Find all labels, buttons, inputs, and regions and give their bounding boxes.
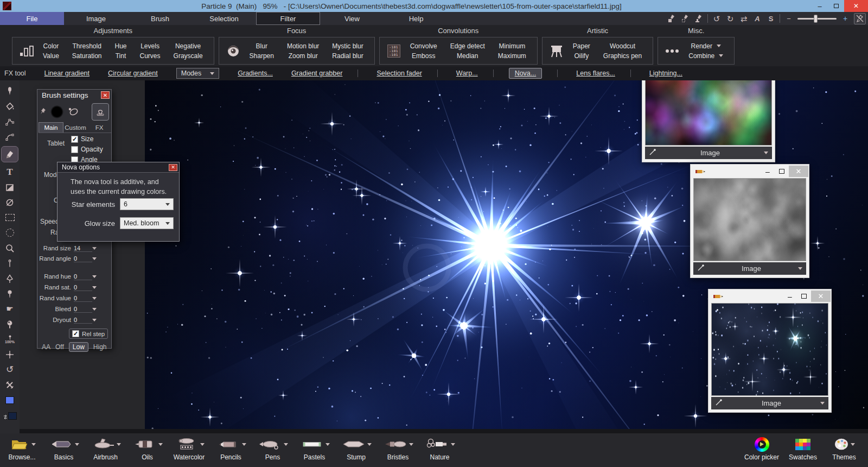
filter-edge-detect[interactable]: Edge detect	[450, 42, 485, 50]
filter-combine[interactable]: Combine	[688, 52, 723, 60]
secondary-color-swatch[interactable]	[2, 409, 18, 421]
menu-selection[interactable]: Selection	[192, 12, 256, 25]
filter-zoom-blur[interactable]: Zoom blur	[287, 52, 319, 60]
dropdown-arrow-icon[interactable]	[242, 443, 246, 446]
fx-gradient-grabber[interactable]: Gradient grabber	[291, 70, 343, 77]
filter-grayscale[interactable]: Grayscale	[174, 52, 203, 60]
zoom-100-tool-icon[interactable]: 100%	[2, 333, 18, 345]
glow-size-select[interactable]: Med. bloom	[120, 217, 174, 229]
dropdown-arrow-icon[interactable]	[92, 247, 97, 250]
rand-value-value[interactable]: 0	[74, 295, 92, 302]
rel-step-checkbox[interactable]: Rel step	[69, 329, 108, 339]
dropdown-arrow-icon[interactable]	[92, 297, 97, 300]
fx-modes-dropdown[interactable]: Modes	[176, 68, 220, 79]
dropdown-arrow-icon[interactable]	[367, 443, 372, 446]
discard-tool-icon[interactable]	[2, 379, 18, 390]
clone-brush-icon[interactable]	[667, 14, 676, 23]
dropdown-arrow-icon[interactable]	[284, 443, 288, 446]
dropdown-arrow-icon[interactable]	[92, 319, 97, 321]
needle-icon[interactable]	[697, 264, 705, 274]
filter-threshold[interactable]: Threshold	[72, 42, 102, 50]
filter-saturation[interactable]: Saturation	[72, 52, 102, 60]
filter-render[interactable]: Render	[688, 42, 723, 50]
pin-panel-icon[interactable]	[40, 108, 47, 117]
bleed-value[interactable]: 0	[74, 306, 92, 313]
dropdown-arrow-icon[interactable]	[798, 267, 802, 270]
curve-tool-icon[interactable]	[2, 131, 18, 142]
fx-warp[interactable]: Warp...	[456, 70, 478, 77]
zoom-out-button[interactable]	[784, 14, 794, 23]
aa-off[interactable]: Off	[55, 343, 64, 351]
star-elements-select[interactable]: 6	[120, 198, 174, 210]
panel-titlebar[interactable]: – ✕	[691, 165, 809, 178]
fx-nova-active[interactable]: Nova...	[509, 68, 542, 79]
clone-dashed-brush-icon[interactable]	[680, 14, 690, 23]
filter-tint[interactable]: Tint	[115, 52, 127, 60]
dropdown-arrow-icon[interactable]	[75, 443, 79, 446]
fx-selection-fader[interactable]: Selection fader	[376, 70, 422, 77]
filter-value[interactable]: Value	[43, 52, 59, 60]
stamp-brush-icon[interactable]	[694, 14, 704, 23]
media-pens[interactable]: Pens	[252, 436, 293, 467]
tab-main[interactable]: Main	[39, 122, 63, 132]
menu-file[interactable]: File	[0, 12, 64, 25]
filter-woodcut[interactable]: Woodcut	[603, 42, 642, 50]
filter-minimum[interactable]: Minimum	[498, 42, 526, 50]
filter-convolve[interactable]: Convolve	[410, 42, 437, 50]
push-tool-icon[interactable]	[2, 273, 18, 284]
panel-label[interactable]: Image	[656, 149, 764, 157]
zoom-tool-icon[interactable]	[2, 242, 18, 254]
swatches-button[interactable]: Swatches	[782, 436, 824, 461]
ellipse-select-tool-icon[interactable]	[2, 227, 18, 238]
letter-s-icon[interactable]	[766, 14, 776, 23]
close-button[interactable]: ✕	[844, 0, 868, 12]
panel-maximize-button[interactable]	[775, 166, 789, 177]
app-icon[interactable]	[3, 2, 11, 10]
nova-dialog-titlebar[interactable]: Nova options✕	[58, 162, 179, 173]
media-browse[interactable]: Browse...	[1, 436, 43, 467]
zoom-slider[interactable]	[797, 18, 837, 20]
panel-minimize-button[interactable]: –	[761, 166, 775, 177]
dropdown-arrow-icon[interactable]	[92, 275, 97, 278]
menu-help[interactable]: Help	[384, 12, 448, 25]
rand-hue-value[interactable]: 0	[74, 273, 92, 280]
panel-close-button[interactable]: ✕	[789, 166, 808, 177]
media-pencils[interactable]: Pencils	[210, 436, 252, 467]
no-brush-button[interactable]	[854, 13, 866, 24]
nova-dialog-close-button[interactable]: ✕	[169, 164, 177, 171]
filter-sharpen[interactable]: Sharpen	[250, 52, 274, 60]
filter-paper[interactable]: Paper	[573, 42, 590, 50]
rand-sat-value[interactable]: 0	[74, 284, 92, 291]
media-bristles[interactable]: Bristles	[377, 436, 419, 467]
panel-maximize-button[interactable]	[797, 291, 811, 302]
panel-label[interactable]: Image	[705, 264, 798, 273]
dropdown-arrow-icon[interactable]	[158, 443, 163, 446]
fx-linear-gradient[interactable]: Linear gradient	[44, 70, 90, 77]
pin-tool-icon[interactable]	[2, 257, 18, 269]
zoom-slider-thumb[interactable]	[814, 15, 818, 23]
filter-curves[interactable]: Curves	[140, 52, 161, 60]
dropdown-arrow-icon[interactable]	[764, 152, 768, 154]
media-nature[interactable]: Nature	[419, 436, 461, 467]
primary-color-swatch[interactable]	[2, 394, 18, 406]
dropdown-arrow-icon[interactable]	[326, 443, 330, 446]
rand-angle-value[interactable]: 0	[74, 255, 92, 262]
dropdown-arrow-icon[interactable]	[92, 308, 97, 311]
panel-close-button[interactable]: ✕	[811, 291, 831, 302]
text-tool-icon[interactable]	[2, 166, 18, 178]
round-pin-tool-icon[interactable]	[2, 288, 18, 299]
dropdown-arrow-icon[interactable]	[92, 286, 97, 289]
dropdown-arrow-icon[interactable]	[92, 257, 97, 260]
filter-mystic-blur[interactable]: Mystic blur	[332, 42, 363, 50]
fx-circular-gradient[interactable]: Circular gradient	[108, 70, 158, 77]
polyline-tool-icon[interactable]	[2, 116, 18, 127]
tab-custom[interactable]: Custom	[63, 122, 87, 132]
needle-icon[interactable]	[649, 148, 656, 158]
color-picker-button[interactable]: Color picker	[741, 436, 782, 461]
shape-tool-icon[interactable]	[2, 181, 18, 193]
brush-preview-blob[interactable]	[50, 105, 63, 118]
media-stump[interactable]: Stump	[335, 436, 377, 467]
restore-button[interactable]	[828, 0, 844, 12]
gradient-tool-icon[interactable]	[1, 146, 18, 162]
filter-maximum[interactable]: Maximum	[498, 52, 526, 60]
